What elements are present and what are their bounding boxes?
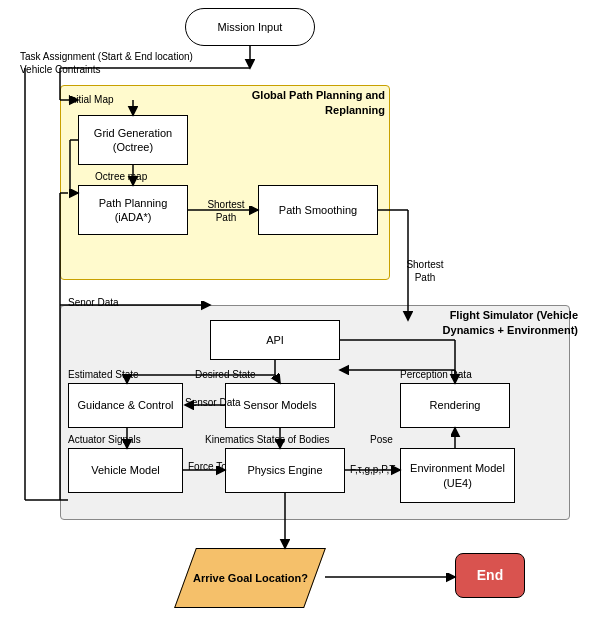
environment-model-box: Environment Model(UE4)	[400, 448, 515, 503]
pose-label: Pose	[370, 433, 393, 446]
perception-data-label: Perception Data	[400, 368, 472, 381]
api-box: API	[210, 320, 340, 360]
desired-state-label: Desired State	[195, 368, 256, 381]
sensor-models-box: Sensor Models	[225, 383, 335, 428]
vehicle-model-box: Vehicle Model	[68, 448, 183, 493]
path-smoothing-box: Path Smoothing	[258, 185, 378, 235]
end-box: End	[455, 553, 525, 598]
arrive-goal-container: Arrive Goal Location?	[175, 548, 325, 608]
flight-sim-label: Flight Simulator (Vehicle Dynamics + Env…	[408, 308, 578, 339]
shortest-path-label-2: Shortest Path	[395, 258, 455, 284]
kinematics-label: Kinematics States of Bodies	[205, 433, 330, 446]
sensor-data-2-label: Sensor Data	[185, 396, 241, 409]
initial-map-label: Initial Map	[68, 93, 114, 106]
mission-input-box: Mission Input	[185, 8, 315, 46]
shortest-path-label-1: Shortest Path	[196, 198, 256, 224]
diagram: Global Path Planning and Replanning Flig…	[0, 0, 593, 617]
arrive-goal-diamond: Arrive Goal Location?	[174, 548, 326, 608]
rendering-box: Rendering	[400, 383, 510, 428]
guidance-control-box: Guidance & Control	[68, 383, 183, 428]
physics-engine-box: Physics Engine	[225, 448, 345, 493]
f-tau-label: F,τ,g,p,P,T	[350, 463, 395, 476]
actuator-signals-label: Actuator Signals	[68, 433, 141, 446]
path-planning-box: Path Planning(iADA*)	[78, 185, 188, 235]
octree-map-label: Octree map	[95, 170, 147, 183]
estimated-state-label: Estimated State	[68, 368, 139, 381]
arrive-goal-text: Arrive Goal Location?	[193, 572, 308, 584]
task-assignment-label: Task Assignment (Start & End location) V…	[20, 50, 220, 76]
global-path-label: Global Path Planning and Replanning	[195, 88, 385, 119]
grid-generation-box: Grid Generation(Octree)	[78, 115, 188, 165]
sensor-data-label: Senor Data	[68, 296, 119, 309]
